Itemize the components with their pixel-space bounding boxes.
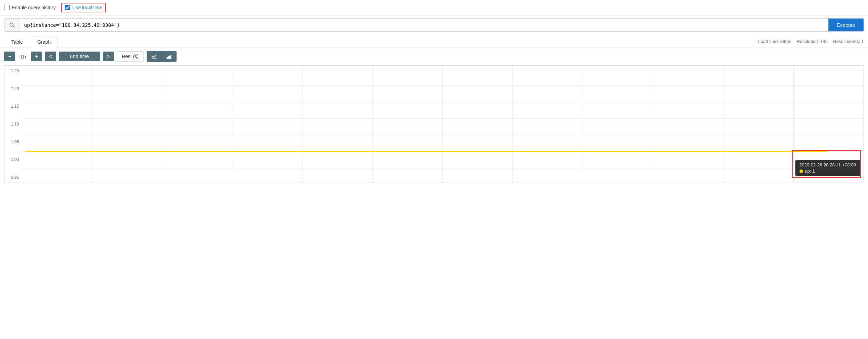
end-time-button[interactable]: End time bbox=[59, 52, 100, 61]
duration-display: 1h bbox=[18, 54, 28, 59]
stacked-chart-icon bbox=[166, 53, 172, 59]
svg-rect-3 bbox=[167, 57, 168, 59]
line-chart-button[interactable] bbox=[147, 51, 162, 62]
controls-row: − 1h + < End time > Res. (s) bbox=[0, 47, 868, 65]
y-axis: 1.25 1.20 1.15 1.10 1.05 1.00 0.95 bbox=[4, 66, 22, 183]
use-local-time-checkbox[interactable] bbox=[65, 5, 70, 10]
decrement-duration-button[interactable]: − bbox=[4, 52, 15, 61]
chart-container: 1.25 1.20 1.15 1.10 1.05 1.00 0.95 bbox=[4, 66, 864, 183]
y-label-0.95: 0.95 bbox=[6, 175, 20, 180]
use-local-time-wrapper: Use local time bbox=[61, 3, 106, 12]
y-label-1.15: 1.15 bbox=[6, 104, 20, 109]
tooltip-box: 2020-02-26 20:28:11 +08:00 up: 1 bbox=[795, 160, 860, 176]
chart-svg bbox=[22, 66, 864, 183]
svg-rect-5 bbox=[170, 55, 171, 59]
tooltip-series-label: up: 1 bbox=[805, 168, 815, 174]
load-time: Load time: 89ms bbox=[758, 39, 791, 44]
use-local-time-label: Use local time bbox=[72, 5, 103, 10]
result-series: Result series: 1 bbox=[833, 39, 864, 44]
tabs: Table Graph bbox=[4, 36, 58, 47]
top-bar: Enable query history Use local time bbox=[0, 0, 868, 15]
y-label-1.20: 1.20 bbox=[6, 86, 20, 91]
search-bar: Execute bbox=[4, 18, 864, 32]
chart-inner: 2020-02-26 20:28:11 +08:00 up: 1 bbox=[22, 66, 864, 183]
y-label-1.10: 1.10 bbox=[6, 122, 20, 127]
next-time-button[interactable]: > bbox=[103, 52, 114, 61]
enable-query-history-text: Enable query history bbox=[12, 5, 56, 10]
chart-type-group bbox=[147, 51, 177, 62]
resolution-button[interactable]: Res. (s) bbox=[117, 51, 144, 62]
svg-line-1 bbox=[13, 26, 15, 28]
search-button[interactable] bbox=[4, 19, 20, 31]
execute-button[interactable]: Execute bbox=[828, 19, 864, 31]
y-label-1.25: 1.25 bbox=[6, 68, 20, 73]
tab-table[interactable]: Table bbox=[4, 36, 30, 47]
graph-area: 1.25 1.20 1.15 1.10 1.05 1.00 0.95 bbox=[4, 65, 864, 183]
tab-graph[interactable]: Graph bbox=[30, 36, 58, 47]
tabs-row: Table Graph Load time: 89ms Resolution: … bbox=[0, 34, 868, 47]
stacked-chart-button[interactable] bbox=[162, 51, 176, 62]
line-chart-icon bbox=[151, 53, 157, 59]
svg-point-0 bbox=[10, 23, 13, 26]
query-input[interactable] bbox=[20, 19, 828, 31]
tooltip-time: 2020-02-26 20:28:11 +08:00 bbox=[800, 162, 856, 167]
svg-rect-4 bbox=[168, 56, 170, 59]
tooltip-color-dot bbox=[800, 170, 803, 173]
y-label-1.05: 1.05 bbox=[6, 140, 20, 144]
prev-time-button[interactable]: < bbox=[45, 52, 56, 61]
search-icon bbox=[9, 22, 15, 28]
y-label-1.00: 1.00 bbox=[6, 157, 20, 162]
tooltip-value-row: up: 1 bbox=[800, 168, 856, 174]
enable-query-history-checkbox[interactable] bbox=[4, 5, 10, 10]
enable-query-history-label[interactable]: Enable query history bbox=[4, 5, 56, 10]
resolution: Resolution: 14s bbox=[797, 39, 828, 44]
increment-duration-button[interactable]: + bbox=[31, 52, 42, 61]
meta-info: Load time: 89ms Resolution: 14s Result s… bbox=[758, 39, 864, 44]
